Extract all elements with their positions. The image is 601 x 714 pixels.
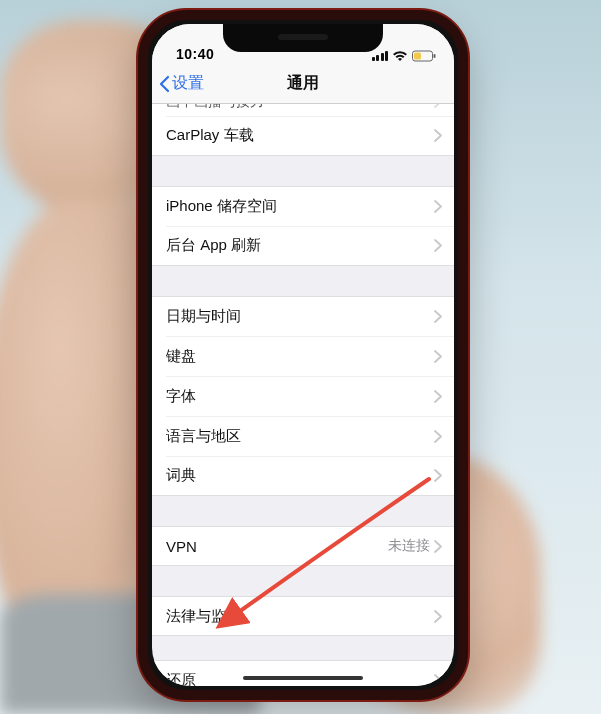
chevron-right-icon bbox=[434, 390, 442, 403]
home-indicator bbox=[243, 676, 363, 680]
svg-rect-1 bbox=[434, 54, 436, 58]
settings-row-dictionary[interactable]: 词典 bbox=[152, 456, 454, 496]
battery-icon bbox=[412, 50, 436, 62]
chevron-left-icon bbox=[158, 75, 170, 93]
chevron-right-icon bbox=[434, 469, 442, 482]
settings-row-picture-in-picture[interactable]: 画中画播与接力 bbox=[152, 104, 454, 116]
settings-row-label: 后台 App 刷新 bbox=[166, 236, 434, 255]
settings-group: 法律与监管 bbox=[152, 596, 454, 636]
settings-group: 画中画播与接力 CarPlay 车载 bbox=[152, 104, 454, 156]
status-icons bbox=[372, 50, 437, 62]
notch bbox=[223, 24, 383, 52]
settings-row-fonts[interactable]: 字体 bbox=[152, 376, 454, 416]
status-time: 10:40 bbox=[176, 46, 214, 62]
settings-row-vpn[interactable]: VPN 未连接 bbox=[152, 526, 454, 566]
settings-group: VPN 未连接 bbox=[152, 526, 454, 566]
chevron-right-icon bbox=[434, 540, 442, 553]
nav-bar: 设置 通用 bbox=[152, 64, 454, 104]
chevron-right-icon bbox=[434, 239, 442, 252]
chevron-right-icon bbox=[434, 129, 442, 142]
settings-row-label: 词典 bbox=[166, 466, 434, 485]
settings-list[interactable]: 画中画播与接力 CarPlay 车载 iPhone 储存空间 bbox=[152, 104, 454, 686]
page-title: 通用 bbox=[287, 73, 319, 94]
settings-row-carplay[interactable]: CarPlay 车载 bbox=[152, 116, 454, 156]
settings-row-label: 字体 bbox=[166, 387, 434, 406]
phone-device-frame: 10:40 bbox=[138, 10, 468, 700]
settings-row-value: 未连接 bbox=[388, 537, 430, 555]
settings-row-date-time[interactable]: 日期与时间 bbox=[152, 296, 454, 336]
wifi-icon bbox=[392, 50, 408, 62]
settings-row-label: 法律与监管 bbox=[166, 607, 434, 626]
back-button[interactable]: 设置 bbox=[158, 64, 204, 103]
chevron-right-icon bbox=[434, 674, 442, 686]
settings-group: 日期与时间 键盘 字体 语言与地区 bbox=[152, 296, 454, 496]
settings-row-legal[interactable]: 法律与监管 bbox=[152, 596, 454, 636]
settings-group: iPhone 储存空间 后台 App 刷新 bbox=[152, 186, 454, 266]
settings-row-label: VPN bbox=[166, 538, 388, 555]
back-label: 设置 bbox=[172, 73, 204, 94]
chevron-right-icon bbox=[434, 104, 442, 108]
settings-row-label: CarPlay 车载 bbox=[166, 126, 434, 145]
chevron-right-icon bbox=[434, 310, 442, 323]
settings-group: 还原 关机 bbox=[152, 660, 454, 686]
settings-row-label: 键盘 bbox=[166, 347, 434, 366]
settings-row-label: iPhone 储存空间 bbox=[166, 197, 434, 216]
settings-row-background-refresh[interactable]: 后台 App 刷新 bbox=[152, 226, 454, 266]
settings-row-keyboard[interactable]: 键盘 bbox=[152, 336, 454, 376]
chevron-right-icon bbox=[434, 610, 442, 623]
settings-row-language-region[interactable]: 语言与地区 bbox=[152, 416, 454, 456]
chevron-right-icon bbox=[434, 200, 442, 213]
settings-row-label: 日期与时间 bbox=[166, 307, 434, 326]
settings-row-label: 画中画播与接力 bbox=[166, 104, 434, 111]
cellular-signal-icon bbox=[372, 51, 389, 61]
settings-row-reset[interactable]: 还原 bbox=[152, 660, 454, 686]
settings-row-storage[interactable]: iPhone 储存空间 bbox=[152, 186, 454, 226]
phone-screen: 10:40 bbox=[152, 24, 454, 686]
settings-row-label: 语言与地区 bbox=[166, 427, 434, 446]
svg-rect-2 bbox=[414, 53, 421, 60]
chevron-right-icon bbox=[434, 430, 442, 443]
chevron-right-icon bbox=[434, 350, 442, 363]
